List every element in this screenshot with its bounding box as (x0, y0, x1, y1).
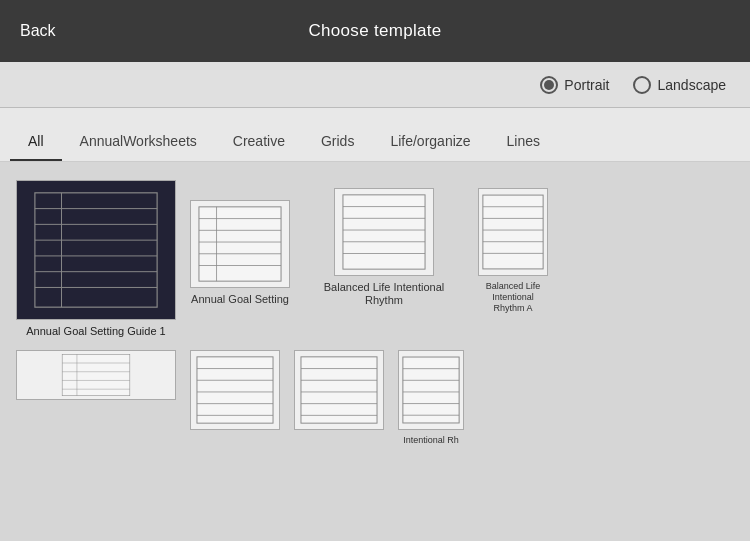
svg-rect-8 (199, 207, 281, 281)
page-title: Choose template (308, 21, 441, 41)
template-label-4: Balanced Life Intentional Rhythm A (478, 281, 548, 313)
tab-life[interactable]: Life/organize (372, 123, 488, 161)
tab-lines[interactable]: Lines (489, 123, 558, 161)
template-row-1: Annual Goal Setting Guide 1 Annual Goal … (16, 180, 734, 338)
template-row-2: Intentional Rh (16, 350, 734, 446)
back-button[interactable]: Back (20, 22, 56, 40)
landscape-option[interactable]: Landscape (633, 76, 726, 94)
tab-creative[interactable]: Creative (215, 123, 303, 161)
landscape-label: Landscape (657, 77, 726, 93)
tab-all[interactable]: All (10, 123, 62, 161)
template-item-5[interactable] (16, 350, 176, 400)
svg-rect-15 (343, 195, 425, 269)
template-thumb-8 (398, 350, 464, 430)
svg-rect-39 (301, 357, 377, 423)
header: Back Choose template (0, 0, 750, 62)
template-item-4[interactable]: Balanced Life Intentional Rhythm A (478, 188, 548, 313)
template-thumb-4 (478, 188, 548, 276)
template-item-8[interactable]: Intentional Rh (398, 350, 464, 446)
tab-annual[interactable]: AnnualWorksheets (62, 123, 215, 161)
template-label-1: Annual Goal Setting Guide 1 (26, 325, 165, 338)
template-thumb-6 (190, 350, 280, 430)
svg-rect-27 (62, 354, 130, 395)
template-item-6[interactable] (190, 350, 280, 430)
svg-rect-33 (197, 357, 273, 423)
template-thumb-7 (294, 350, 384, 430)
template-thumb-5 (16, 350, 176, 400)
template-item-7[interactable] (294, 350, 384, 430)
tab-grids[interactable]: Grids (303, 123, 372, 161)
svg-rect-45 (403, 357, 459, 423)
svg-rect-21 (483, 195, 543, 269)
template-thumb-1 (16, 180, 176, 320)
landscape-radio[interactable] (633, 76, 651, 94)
template-label-2: Annual Goal Setting (191, 293, 289, 306)
svg-rect-0 (35, 193, 157, 307)
template-item-1[interactable]: Annual Goal Setting Guide 1 (16, 180, 176, 338)
tabs-row: All AnnualWorksheets Creative Grids Life… (0, 108, 750, 162)
portrait-option[interactable]: Portrait (540, 76, 609, 94)
portrait-radio[interactable] (540, 76, 558, 94)
template-label-3: Balanced Life Intentional Rhythm (304, 281, 464, 307)
portrait-label: Portrait (564, 77, 609, 93)
template-thumb-2 (190, 200, 290, 288)
template-item-3[interactable]: Balanced Life Intentional Rhythm (304, 188, 464, 307)
template-item-2[interactable]: Annual Goal Setting (190, 200, 290, 306)
template-grid: Annual Goal Setting Guide 1 Annual Goal … (0, 162, 750, 541)
orientation-row: Portrait Landscape (0, 62, 750, 108)
template-label-8: Intentional Rh (403, 435, 459, 446)
template-thumb-3 (334, 188, 434, 276)
